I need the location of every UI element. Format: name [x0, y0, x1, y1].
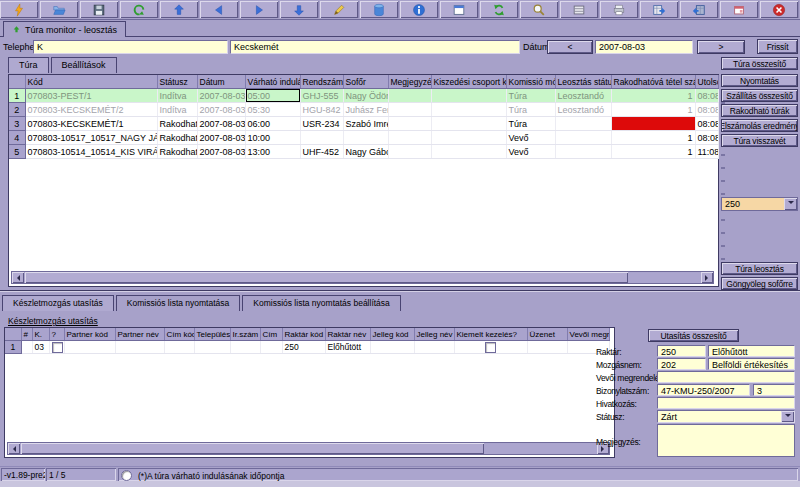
- stock-col-kiemelt[interactable]: Kiemelt kezelés?: [454, 328, 527, 341]
- cell-utolso[interactable]: 08:08: [695, 117, 718, 131]
- cell-megjegyzes[interactable]: [388, 131, 431, 145]
- refresh-button[interactable]: Frissít: [757, 39, 798, 54]
- cell-rendszam[interactable]: HGU-842: [300, 103, 343, 117]
- stock-col-partner-nev[interactable]: Partner név: [115, 328, 164, 341]
- cell-komissio[interactable]: Vevő: [506, 131, 555, 145]
- tour-row[interactable]: 2 070803-KECSKEMÉT/2 Indítva 2007-08-03 …: [9, 103, 718, 117]
- cell-rendszam[interactable]: USR-234: [300, 117, 343, 131]
- cell-leosztas[interactable]: [555, 117, 611, 131]
- stock-col-cim[interactable]: Cím: [260, 328, 282, 341]
- cell-statusz[interactable]: Indítva: [157, 103, 197, 117]
- nyomtatas-button[interactable]: Nyomtatás: [721, 74, 798, 87]
- rakodhato-turak-button[interactable]: Rakodható túrák: [721, 104, 798, 117]
- cell-kiszedesi[interactable]: [431, 117, 506, 131]
- cell-kiszedesi[interactable]: [431, 131, 506, 145]
- row-number[interactable]: 4: [9, 131, 25, 145]
- tour-col-datum[interactable]: Dátum: [197, 75, 245, 89]
- cell-sofor[interactable]: Nagy Gábor: [343, 145, 388, 159]
- tab-keszletmozgas-utasitas[interactable]: Készletmozgás utasítás: [2, 295, 114, 311]
- vevoi-megrendeles-field[interactable]: [657, 371, 795, 383]
- cell-sofor[interactable]: Juhász Ferenc: [343, 103, 388, 117]
- cell-irszam[interactable]: [230, 341, 260, 354]
- tab-tura[interactable]: Túra: [8, 57, 49, 73]
- cell-datum[interactable]: 2007-08-03: [197, 145, 245, 159]
- stock-grid-hscrollbar[interactable]: [7, 442, 610, 455]
- stock-col-hash[interactable]: #: [21, 328, 32, 341]
- bizonylat-count-field[interactable]: 3: [753, 384, 795, 396]
- cell-varhato[interactable]: 05:30: [245, 103, 300, 117]
- toolbar-button-undo[interactable]: [120, 1, 159, 18]
- scrollbar-thumb[interactable]: [21, 443, 484, 454]
- toolbar-button-open[interactable]: [40, 1, 79, 18]
- toolbar-button-exit[interactable]: [760, 1, 799, 18]
- cell-tetel[interactable]: 1: [611, 89, 695, 103]
- toolbar-button-search[interactable]: [520, 1, 559, 18]
- cell-utolso[interactable]: 08:08: [695, 89, 718, 103]
- scroll-left-icon[interactable]: [8, 443, 20, 454]
- stock-col-irszam[interactable]: Ir.szám: [230, 328, 260, 341]
- cell-kiemelt[interactable]: [454, 341, 527, 354]
- tour-row[interactable]: 1 070803-PEST/1 Indítva 2007-08-03 05:00…: [9, 89, 718, 103]
- cell-tetel[interactable]: 1: [611, 103, 695, 117]
- cell-kiszedesi[interactable]: [431, 89, 506, 103]
- stock-col-cim-kod[interactable]: Cím kód: [164, 328, 194, 341]
- cell-rendszam[interactable]: UHF-452: [300, 145, 343, 159]
- tour-col-varhato[interactable]: Várható indulás: [245, 75, 300, 89]
- tour-col-tetel[interactable]: Rakodhatóvá tétel száma: [611, 75, 695, 89]
- window-tab-tour-monitor[interactable]: Túra monitor - leosztás: [3, 21, 126, 37]
- cell-statusz[interactable]: Rakodható: [157, 131, 197, 145]
- szallitas-osszesito-button[interactable]: Szállítás összesítő: [721, 89, 798, 102]
- cell-komissio[interactable]: Vevő: [506, 145, 555, 159]
- cell-kod[interactable]: 070803-10514_10514_KIS VIRÁG/1: [25, 145, 157, 159]
- cell-kod[interactable]: 070803-PEST/1: [25, 89, 157, 103]
- gongyoleg-sofore-button[interactable]: Göngyöleg sofőrre: [721, 277, 798, 290]
- raktar-code-field[interactable]: 250: [657, 345, 706, 357]
- tour-col-komissio[interactable]: Komissió mód: [506, 75, 555, 89]
- cell-komissio[interactable]: Túra: [506, 117, 555, 131]
- cell-datum[interactable]: 2007-08-03: [197, 89, 245, 103]
- cell-datum[interactable]: 2007-08-03: [197, 117, 245, 131]
- stock-col-rownum[interactable]: [5, 328, 21, 341]
- row-number[interactable]: 1: [5, 341, 21, 354]
- cell-hash[interactable]: [21, 341, 32, 354]
- tour-col-utolso[interactable]: Utolsó: [695, 75, 718, 89]
- cell-statusz[interactable]: Indítva: [157, 89, 197, 103]
- cell-utolso[interactable]: 08:08: [695, 131, 718, 145]
- toolbar-button-next[interactable]: [240, 1, 279, 18]
- cell-sofor[interactable]: [343, 131, 388, 145]
- tour-col-rendszam[interactable]: Rendszám: [300, 75, 343, 89]
- cell-komissio[interactable]: Túra: [506, 89, 555, 103]
- toolbar-button-last[interactable]: [280, 1, 319, 18]
- tour-col-kiszedesi[interactable]: Kiszedési csoport kód: [431, 75, 506, 89]
- cell-partner-kod[interactable]: [64, 341, 115, 354]
- stock-col-jelleg-kod[interactable]: Jelleg kód: [370, 328, 414, 341]
- tour-col-megjegyzes[interactable]: Megjegyzés: [388, 75, 431, 89]
- stock-col-raktar-kod[interactable]: Raktár kód: [282, 328, 325, 341]
- row-number[interactable]: 1: [9, 89, 25, 103]
- scroll-left-icon[interactable]: [12, 272, 24, 283]
- tour-row[interactable]: 5 070803-10514_10514_KIS VIRÁG/1 Rakodha…: [9, 145, 718, 159]
- cell-cim-kod[interactable]: [164, 341, 194, 354]
- cell-jelleg-nev[interactable]: [414, 341, 454, 354]
- chevron-down-icon[interactable]: [784, 198, 797, 210]
- cell-kod[interactable]: 070803-10517_10517_NAGY JÁNOS/1: [25, 131, 157, 145]
- toolbar-button-print[interactable]: [600, 1, 639, 18]
- cell-utolso[interactable]: 08:08: [695, 103, 718, 117]
- cell-partner-nev[interactable]: [115, 341, 164, 354]
- toolbar-button-form[interactable]: [440, 1, 479, 18]
- scrollbar-thumb[interactable]: [25, 272, 628, 283]
- stock-col-vevoi[interactable]: Vevői megrend: [567, 328, 609, 341]
- tour-col-rownum[interactable]: [9, 75, 25, 89]
- mozgasnem-name-field[interactable]: Belföldi értékesítés: [708, 358, 795, 370]
- toolbar-button-flash[interactable]: [0, 1, 39, 18]
- cell-kod[interactable]: 070803-KECSKEMÉT/1: [25, 117, 157, 131]
- toolbar-button-window[interactable]: [720, 1, 759, 18]
- row-number[interactable]: 3: [9, 117, 25, 131]
- tura-osszesito-button[interactable]: Túra összesítő: [721, 57, 798, 70]
- cell-raktar-kod[interactable]: 250: [282, 341, 325, 354]
- cell-statusz[interactable]: Rakodható: [157, 117, 197, 131]
- hivatkozas-field[interactable]: [657, 397, 795, 409]
- question-checkbox[interactable]: [52, 342, 63, 353]
- toolbar-button-previous[interactable]: [200, 1, 239, 18]
- cell-datum[interactable]: 2007-08-03: [197, 131, 245, 145]
